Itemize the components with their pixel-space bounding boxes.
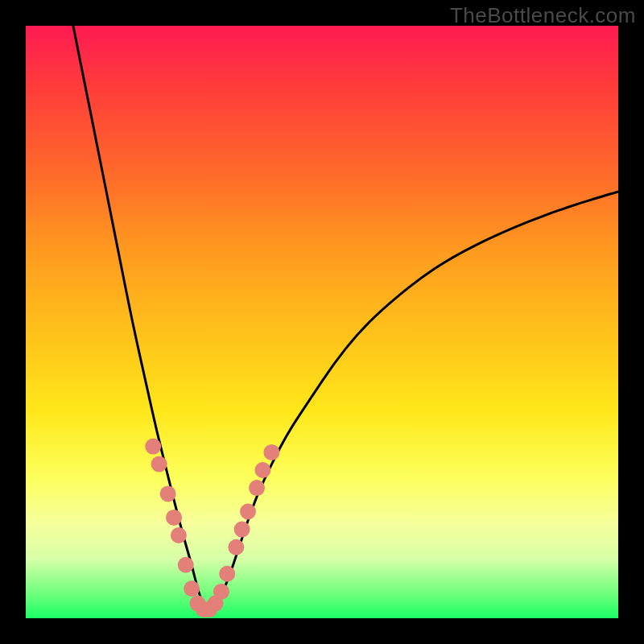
threshold-dot	[171, 527, 187, 543]
threshold-dot	[151, 456, 167, 473]
threshold-dot	[178, 557, 194, 573]
threshold-dot	[240, 504, 256, 520]
threshold-dot	[160, 485, 176, 502]
bottleneck-curve	[73, 26, 618, 611]
watermark-text: TheBottleneck.com	[450, 3, 636, 28]
threshold-dot	[213, 584, 229, 600]
threshold-dot	[166, 510, 182, 526]
threshold-dot	[254, 462, 270, 478]
threshold-dot	[184, 580, 200, 597]
threshold-dot	[219, 566, 235, 582]
threshold-dots	[145, 439, 279, 617]
threshold-dot	[249, 480, 265, 496]
plot-area	[26, 26, 618, 618]
threshold-dot	[145, 439, 161, 455]
chart-frame: TheBottleneck.com	[0, 0, 644, 644]
curve-layer	[26, 26, 618, 618]
threshold-dot	[234, 522, 250, 538]
threshold-dot	[228, 539, 244, 555]
threshold-dot	[263, 444, 279, 460]
